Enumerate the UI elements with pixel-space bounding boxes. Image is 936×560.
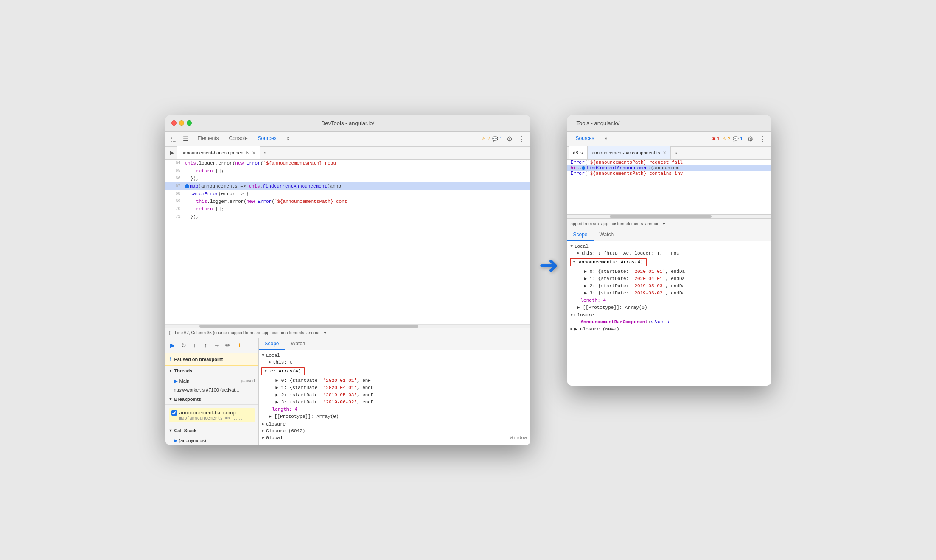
right-devtools-window: Tools - angular.io/ Sources » ✖ 1 ⚠ 2 💬 … [567, 115, 771, 386]
file-tab-d8-label: d8.js [573, 150, 583, 155]
warn-badge-right: ⚠ 2 [722, 136, 730, 142]
scope-local-header-left[interactable]: ▼ Local [259, 352, 530, 359]
scope-local-label-right: Local [574, 244, 589, 249]
thread-main-arrow: ▶ [174, 378, 178, 384]
breakpoints-arrow: ▼ [169, 397, 173, 401]
chat-badge-right: 💬 1 [733, 136, 743, 142]
call-stack-label: Call Stack [174, 428, 196, 433]
scope-local-header-right[interactable]: ▼ Local [567, 243, 771, 250]
scope-e-2-left: ▶ 2: {startDate: '2019-05-03', endD [259, 391, 530, 398]
scope-tab-watch-left[interactable]: Watch [285, 338, 311, 350]
debug-panel-left: ▶ ↻ ↓ ↑ → ✏ ⏸ ℹ Paused on breakpoint ▼ T… [165, 338, 259, 445]
code-line-68: 68 catchError(error => { [165, 190, 530, 198]
thread-main[interactable]: ▶ Main paused [165, 376, 258, 386]
info-icon: ℹ [170, 356, 172, 363]
bp-code-1: map(announcements => t... [179, 416, 244, 420]
maximize-button[interactable] [187, 120, 192, 126]
step-over-btn[interactable]: ↻ [179, 341, 188, 350]
file-tab-d8-right[interactable]: d8.js [569, 146, 588, 159]
tab-console[interactable]: Console [224, 131, 253, 146]
more-icon-right[interactable]: ⋮ [757, 135, 768, 143]
breakpoint-checkbox-1: announcement-bar.compo... map(announceme… [171, 410, 252, 420]
h-scrollbar-thumb-right[interactable] [610, 215, 712, 218]
settings-icon-right[interactable]: ⚙ [745, 135, 755, 143]
code-line-71: 71 }), [165, 213, 530, 221]
thread-main-status: paused [241, 378, 255, 383]
scope-tab-scope-left[interactable]: Scope [259, 338, 285, 350]
tab-more-left[interactable]: » [282, 131, 295, 146]
file-tab-more-right[interactable]: » [671, 148, 681, 158]
breakpoint-marker [185, 184, 189, 188]
main-toolbar-right: Sources » ✖ 1 ⚠ 2 💬 1 ⚙ ⋮ [567, 132, 771, 147]
error-badge-right: ✖ 1 [712, 136, 720, 142]
file-tab-component-right[interactable]: announcement-bar.component.ts ✕ [588, 146, 671, 159]
threads-section-header[interactable]: ▼ Threads [165, 366, 258, 376]
file-tab-component-left[interactable]: announcement-bar.component.ts ✕ [177, 146, 261, 159]
pause-btn[interactable]: ⏸ [234, 341, 244, 350]
scope-closure-right[interactable]: ▼ Closure [567, 312, 771, 319]
file-tab-close-right[interactable]: ✕ [663, 151, 666, 155]
drawer-icon[interactable]: ☰ [181, 134, 191, 144]
status-arrow-right: ▼ [662, 221, 666, 226]
step-btn[interactable]: → [212, 341, 221, 350]
call-stack-section-header[interactable]: ▼ Call Stack [165, 426, 258, 436]
scope-a-3-right: ▶ 3: {startDate: '2019-06-02', endDa [567, 289, 771, 297]
tab-sources-left[interactable]: Sources [253, 131, 282, 146]
scope-a-2-right: ▶ 2: {startDate: '2019-05-03', endDa [567, 282, 771, 289]
main-toolbar-left: ⬚ ☰ Elements Console Sources » ⚠ 2 💬 1 [165, 132, 530, 147]
file-tab-more-left[interactable]: » [260, 148, 270, 158]
title-bar-left: DevTools - angular.io/ [165, 115, 530, 132]
settings-icon-left[interactable]: ⚙ [505, 135, 514, 143]
threads-label: Threads [174, 368, 192, 373]
file-tree-icon[interactable]: ▶ [167, 148, 177, 158]
debug-toolbar-left: ▶ ↻ ↓ ↑ → ✏ ⏸ [165, 338, 258, 353]
window-label-left: Window [510, 435, 527, 440]
status-bar-right: apped from src_app_custom-elements_annou… [567, 218, 771, 229]
main-layout-left: 64 this.logger.error(new Error(`${announ… [165, 160, 530, 338]
call-stack-item-1[interactable]: ▶ (anonymous) [165, 436, 258, 445]
toolbar-badges-right: ✖ 1 ⚠ 2 💬 1 ⚙ ⋮ [712, 135, 768, 143]
step-into-btn[interactable]: ↓ [190, 341, 199, 350]
breakpoint-item-1[interactable]: announcement-bar.compo... map(announceme… [169, 408, 255, 422]
tab-bar-right: Sources » [571, 131, 710, 146]
more-icon-left[interactable]: ⋮ [517, 135, 527, 143]
warn-badge-left: ⚠ 2 [482, 136, 490, 142]
scope-tab-scope-right[interactable]: Scope [567, 229, 594, 241]
breakpoints-section-header[interactable]: ▼ Breakpoints [165, 394, 258, 405]
scope-e-label-left: e: Array(4) [270, 369, 301, 374]
window-title-right: Tools - angular.io/ [572, 120, 766, 126]
scope-closure2-left[interactable]: ▶ Closure (6042) [259, 428, 530, 434]
minimize-button[interactable] [179, 120, 184, 126]
code-area-left[interactable]: 64 this.logger.error(new Error(`${announ… [165, 160, 530, 324]
h-scrollbar-right[interactable] [567, 215, 771, 218]
scope-this-left: ▶ this: t [259, 359, 530, 366]
h-scrollbar-left[interactable] [165, 324, 530, 328]
code-line-r1: Error(`${announcementsPath} request fail [567, 160, 771, 165]
scope-global-left[interactable]: ▶ Global Window [259, 434, 530, 441]
code-area-right[interactable]: Error(`${announcementsPath} request fail… [567, 160, 771, 215]
scope-a-length-right: length: 4 [567, 297, 771, 304]
file-tab-close-left[interactable]: ✕ [252, 151, 255, 155]
scope-closure-left[interactable]: ▶ Closure [259, 421, 530, 428]
tab-more-right[interactable]: » [600, 131, 613, 146]
code-line-r2: his.findCurrentAnnouncement(announcem [567, 165, 771, 171]
resume-btn[interactable]: ▶ [168, 341, 177, 350]
deactivate-btn[interactable]: ✏ [223, 341, 233, 350]
close-button[interactable] [171, 120, 177, 126]
code-line-69: 69 this.logger.error(new Error(`${announ… [165, 198, 530, 205]
scope-local-arrow-left: ▼ [262, 353, 264, 358]
scope-e-1-left: ▶ 1: {startDate: '2020-04-01', endD [259, 384, 530, 391]
cursor-icon[interactable]: ⬚ [169, 134, 179, 144]
scope-local-left: ▼ Local ▶ this: t ▼ e: Array(4) [259, 352, 530, 420]
breakpoint-cb-1[interactable] [171, 410, 177, 416]
threads-arrow: ▼ [169, 369, 173, 373]
step-out-btn[interactable]: ↑ [201, 341, 210, 350]
code-panel-left: 64 this.logger.error(new Error(`${announ… [165, 160, 530, 338]
scope-closure-label-right: Closure [574, 313, 594, 318]
scope-tab-watch-right[interactable]: Watch [594, 229, 620, 241]
tab-elements[interactable]: Elements [193, 131, 224, 146]
tab-sources-right[interactable]: Sources [571, 131, 600, 146]
thread-ngsw[interactable]: ngsw-worker.js #7100 (activat... [165, 386, 258, 394]
format-icon[interactable]: {} [169, 330, 172, 335]
scope-closure2-right[interactable]: ▶ ▶ Closure (6042) [567, 325, 771, 333]
